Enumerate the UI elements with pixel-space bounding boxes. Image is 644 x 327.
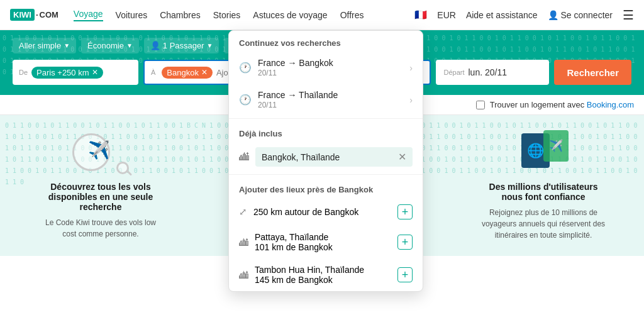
add-button-0[interactable]: +	[397, 204, 413, 219]
city-icon-1: 🏙	[239, 237, 248, 248]
add-button-2[interactable]: +	[397, 267, 413, 282]
continue-item-sub-1: 20/11	[258, 101, 403, 109]
add-item-2[interactable]: 🏙 Tambon Hua Hin, Thaïlande 145 km de Ba…	[229, 258, 423, 291]
navbar-right: 🇫🇷 EUR Aide et assistance 👤 Se connecter…	[414, 8, 634, 23]
to-label: À	[151, 69, 155, 76]
caret-icon: ▼	[64, 42, 70, 49]
right-illustration: 🌐 ✈️	[515, 130, 572, 174]
divider-1	[229, 118, 423, 119]
city-icon-2: 🏙	[239, 270, 248, 280]
included-tag: Bangkok, Thaïlande ✕	[255, 147, 413, 167]
divider-2	[229, 174, 423, 175]
included-item: 🏙 Bangkok, Thaïlande ✕	[229, 142, 423, 172]
nav-item-stories[interactable]: Stories	[213, 10, 241, 20]
history-icon-1: 🕐	[239, 94, 252, 106]
continue-item-title-0: France → Bangkok	[258, 58, 403, 68]
navbar: KIWI · COM Voyage Voitures Chambres Stor…	[0, 0, 644, 30]
from-tag: Paris +250 km ✕	[31, 67, 103, 79]
depart-field[interactable]: Départ lun. 20/11	[436, 60, 549, 85]
left-card-desc: Le Code Kiwi trouve des vols low cost co…	[38, 217, 164, 240]
continue-item-1[interactable]: 🕐 France → Thaïlande 20/11 ›	[229, 84, 423, 116]
continue-item-sub-0: 20/11	[258, 69, 403, 77]
trip-type-selector[interactable]: Aller simple ▼	[13, 38, 76, 53]
left-illustration: ✈️	[72, 130, 129, 174]
sign-in-button[interactable]: 👤 Se connecter	[548, 10, 613, 20]
add-item-title-0: 250 km autour de Bangkok	[253, 207, 358, 217]
from-label: De	[19, 69, 28, 76]
passengers-selector[interactable]: 👤 1 Passager ▼	[144, 38, 219, 53]
add-item-sub-1: 101 km de Bangkok	[255, 242, 333, 252]
hamburger-menu[interactable]: ☰	[623, 8, 634, 23]
help-link[interactable]: Aide et assistance	[466, 10, 538, 20]
passenger-icon: 👤	[150, 41, 160, 50]
search-button[interactable]: Rechercher	[554, 60, 631, 85]
add-item-0[interactable]: ⤢ 250 km autour de Bangkok +	[229, 198, 423, 226]
bottom-card-right: 🌐 ✈️ Des millions d'utilisateurs nous fo…	[480, 130, 606, 241]
right-card-title: Des millions d'utilisateurs nous font co…	[480, 182, 606, 202]
from-field[interactable]: De Paris +250 km ✕	[13, 60, 138, 85]
search-dropdown: Continuez vos recherches 🕐 France → Bang…	[228, 30, 423, 292]
add-item-title-1: Pattaya, Thaïlande	[255, 232, 333, 242]
remove-included-icon[interactable]: ✕	[398, 151, 406, 163]
continue-item-title-1: France → Thaïlande	[258, 90, 403, 100]
remove-to-icon[interactable]: ✕	[201, 68, 208, 77]
booking-link[interactable]: Booking.com	[587, 100, 634, 109]
logo-kiwi: KIWI	[10, 9, 35, 21]
depart-label: Départ	[443, 69, 464, 76]
right-card-desc: Rejoignez plus de 10 millions de voyageu…	[480, 207, 606, 241]
add-button-1[interactable]: +	[397, 235, 413, 250]
continue-label: Continuez vos recherches	[229, 31, 423, 52]
page-wrapper: KIWI · COM Voyage Voitures Chambres Stor…	[0, 0, 644, 327]
add-item-title-2: Tambon Hua Hin, Thaïlande	[255, 265, 364, 275]
continue-item-0[interactable]: 🕐 France → Bangkok 20/11 ›	[229, 52, 423, 84]
nav-item-chambres[interactable]: Chambres	[160, 10, 201, 20]
booking-checkbox[interactable]	[476, 101, 485, 109]
logo[interactable]: KIWI · COM	[10, 9, 58, 21]
nav-links: Voyage Voitures Chambres Stories Astuces…	[74, 9, 414, 21]
currency-selector[interactable]: EUR	[437, 10, 456, 20]
nav-item-astuces[interactable]: Astuces de voyage	[253, 10, 327, 20]
to-tag: Bangkok ✕	[162, 67, 213, 79]
flag-icon: 🇫🇷	[414, 9, 427, 21]
cabin-selector[interactable]: Économie ▼	[81, 38, 139, 53]
user-icon: 👤	[548, 10, 558, 20]
bottom-card-left: ✈️ Découvrez tous les vols disponibles e…	[38, 130, 164, 240]
nav-item-voyage[interactable]: Voyage	[74, 9, 103, 21]
logo-dot: ·	[36, 10, 38, 19]
caret-icon-3: ▼	[207, 42, 213, 49]
nav-item-offres[interactable]: Offres	[340, 10, 364, 20]
chevron-icon-0: ›	[409, 63, 413, 73]
booking-text: Trouver un logement avec Booking.com	[490, 100, 634, 109]
left-card-title: Découvrez tous les vols disponibles en u…	[38, 182, 164, 212]
add-item-sub-2: 145 km de Bangkok	[255, 275, 364, 285]
add-item-1[interactable]: 🏙 Pattaya, Thaïlande 101 km de Bangkok +	[229, 226, 423, 258]
history-icon-0: 🕐	[239, 62, 252, 74]
logo-com: COM	[40, 10, 58, 19]
city-icon: 🏙	[239, 152, 249, 163]
caret-icon-2: ▼	[126, 42, 133, 49]
remove-from-icon[interactable]: ✕	[92, 68, 98, 77]
add-label: Ajouter des lieux près de Bangkok	[229, 177, 423, 198]
included-label: Déjà inclus	[229, 121, 423, 142]
chevron-icon-1: ›	[409, 95, 413, 105]
depart-value: lun. 20/11	[468, 67, 507, 77]
nav-item-voitures[interactable]: Voitures	[116, 10, 148, 20]
expand-icon: ⤢	[239, 206, 247, 218]
